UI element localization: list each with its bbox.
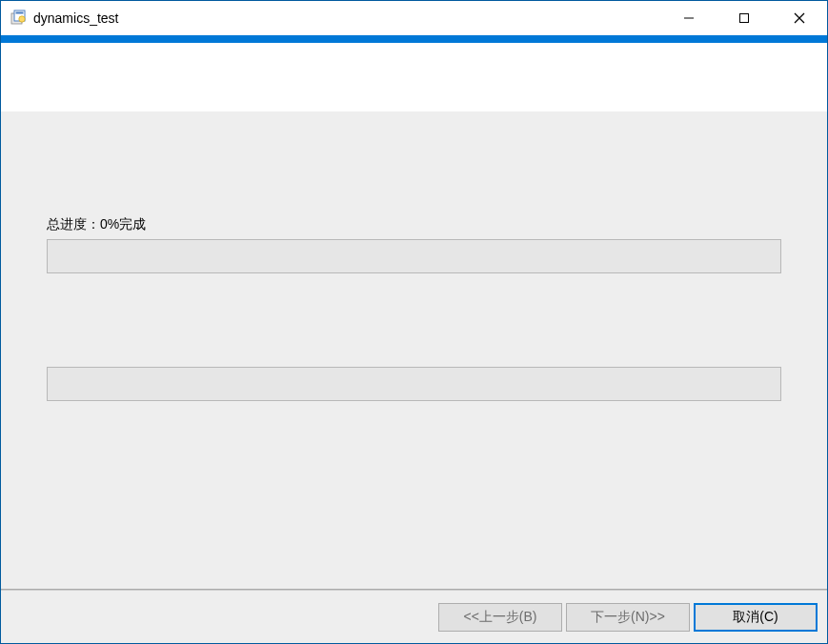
maximize-button[interactable] bbox=[717, 1, 772, 35]
content-area: 总进度：0%完成 bbox=[1, 111, 827, 589]
cancel-button[interactable]: 取消(C) bbox=[694, 603, 818, 632]
svg-rect-2 bbox=[16, 12, 24, 14]
footer: <<上一步(B) 下一步(N)>> 取消(C) bbox=[1, 592, 827, 643]
svg-point-3 bbox=[19, 16, 25, 22]
overall-progress-label: 总进度：0%完成 bbox=[47, 216, 146, 233]
accent-strip bbox=[1, 35, 827, 43]
minimize-button[interactable] bbox=[661, 1, 717, 35]
header-band bbox=[1, 43, 827, 111]
next-button: 下一步(N)>> bbox=[566, 603, 690, 632]
titlebar: dynamics_test bbox=[1, 1, 827, 35]
svg-rect-5 bbox=[740, 14, 749, 23]
close-button[interactable] bbox=[772, 1, 827, 35]
window-title: dynamics_test bbox=[33, 10, 661, 26]
overall-progress-bar bbox=[47, 239, 781, 273]
task-progress-bar bbox=[47, 367, 781, 401]
installer-icon bbox=[9, 9, 28, 28]
back-button: <<上一步(B) bbox=[438, 603, 562, 632]
window-controls bbox=[661, 1, 827, 35]
